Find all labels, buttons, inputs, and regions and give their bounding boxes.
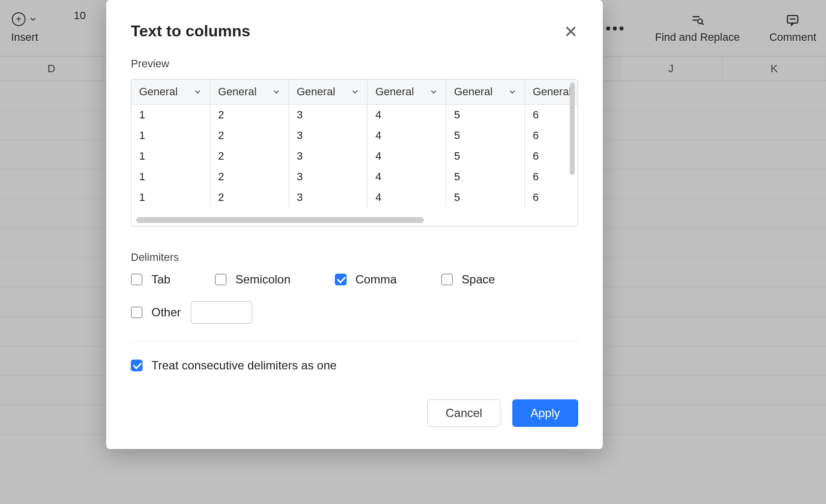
divider: [131, 341, 578, 341]
preview-horizontal-scrollbar[interactable]: [136, 217, 424, 223]
delimiter-semicolon[interactable]: Semicolon: [215, 273, 291, 286]
preview-cell: 2: [210, 146, 289, 167]
delimiter-comma[interactable]: Comma: [335, 273, 397, 286]
delimiter-tab-label: Tab: [151, 273, 171, 286]
preview-scroll[interactable]: General General General: [131, 80, 578, 226]
checkbox-icon: [215, 274, 227, 285]
preview-cell: 4: [367, 146, 446, 167]
preview-cell: 2: [210, 105, 289, 126]
delimiter-space[interactable]: Space: [441, 273, 495, 286]
preview-col-type-select[interactable]: General: [131, 80, 210, 105]
delimiter-space-label: Space: [462, 273, 495, 286]
delimiters-row: Tab Semicolon Comma Space: [131, 273, 578, 286]
checkbox-checked-icon: [131, 360, 143, 371]
checkbox-icon: [441, 274, 453, 285]
col-type-label: General: [533, 85, 571, 98]
preview-vertical-scrollbar[interactable]: [570, 83, 575, 175]
col-type-label: General: [139, 85, 177, 98]
delimiter-semicolon-label: Semicolon: [236, 273, 291, 286]
preview-row: 1 2 3 4 5 6: [131, 187, 578, 208]
delimiter-other[interactable]: Other: [131, 306, 181, 319]
col-type-label: General: [218, 85, 257, 98]
chevron-down-icon: [351, 87, 359, 96]
preview-cell: 1: [131, 125, 210, 146]
checkbox-checked-icon: [335, 274, 347, 285]
chevron-down-icon: [193, 87, 202, 96]
delimiter-other-input[interactable]: [191, 301, 252, 324]
checkbox-icon: [131, 307, 143, 318]
preview-cell: 3: [289, 187, 367, 208]
preview-cell: 4: [367, 105, 446, 126]
preview-cell: 2: [210, 125, 289, 146]
text-to-columns-dialog: Text to columns Preview General General: [106, 0, 603, 449]
dialog-buttons: Cancel Apply: [131, 399, 578, 427]
col-type-label: General: [297, 85, 335, 98]
preview-col-type-select[interactable]: General: [446, 80, 525, 105]
preview-box: General General General: [131, 79, 578, 226]
col-type-label: General: [454, 85, 493, 98]
preview-cell: 3: [289, 146, 367, 167]
preview-row: 1 2 3 4 5 6: [131, 125, 578, 146]
preview-cell: 4: [367, 125, 446, 146]
chevron-down-icon: [272, 87, 281, 96]
consecutive-delimiters-checkbox[interactable]: Treat consecutive delimiters as one: [131, 359, 578, 372]
preview-row: 1 2 3 4 5 6: [131, 146, 578, 167]
delimiter-comma-label: Comma: [355, 273, 397, 286]
delimiter-other-label: Other: [151, 306, 181, 319]
delimiter-tab[interactable]: Tab: [131, 273, 171, 286]
preview-cell: 1: [131, 187, 210, 208]
preview-cell: 5: [446, 187, 525, 208]
col-type-label: General: [376, 85, 414, 98]
preview-cell: 3: [289, 167, 367, 187]
dialog-title: Text to columns: [131, 22, 250, 40]
preview-row: 1 2 3 4 5 6: [131, 105, 578, 126]
cancel-button[interactable]: Cancel: [427, 399, 501, 427]
preview-cell: 5: [446, 105, 525, 126]
preview-col-type-select[interactable]: General: [367, 80, 446, 105]
preview-cell: 2: [210, 187, 289, 208]
preview-cell: 2: [210, 167, 289, 187]
preview-label: Preview: [131, 57, 578, 70]
chevron-down-icon: [508, 87, 517, 96]
chevron-down-icon: [429, 87, 438, 96]
preview-cell: 5: [446, 146, 525, 167]
preview-cell: 3: [289, 125, 367, 146]
preview-header-row: General General General: [131, 80, 578, 105]
preview-row: 1 2 3 4 5 6: [131, 167, 578, 187]
preview-cell: 5: [446, 125, 525, 146]
checkbox-icon: [131, 274, 143, 285]
preview-cell: 3: [289, 105, 367, 126]
consecutive-label: Treat consecutive delimiters as one: [151, 359, 337, 372]
preview-cell: 5: [446, 167, 525, 187]
preview-table: General General General: [131, 80, 578, 208]
preview-cell: 1: [131, 167, 210, 187]
preview-cell: 1: [131, 146, 210, 167]
close-icon[interactable]: [563, 24, 578, 39]
preview-cell: 6: [525, 187, 578, 208]
dialog-header: Text to columns: [131, 22, 578, 40]
preview-col-type-select[interactable]: General: [210, 80, 289, 105]
preview-col-type-select[interactable]: General: [289, 80, 367, 105]
delimiters-label: Delimiters: [131, 251, 578, 264]
apply-button[interactable]: Apply: [512, 399, 578, 427]
preview-cell: 4: [367, 187, 446, 208]
preview-cell: 4: [367, 167, 446, 187]
delimiters-row-other: Other: [131, 301, 578, 324]
preview-cell: 1: [131, 105, 210, 126]
